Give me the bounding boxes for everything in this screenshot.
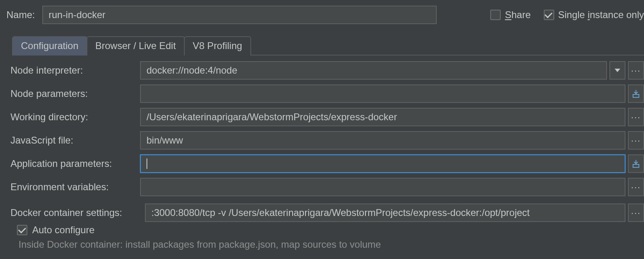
node-parameters-label: Node parameters:: [10, 88, 140, 99]
configuration-form: Node interpreter: docker://node:4/node N…: [6, 61, 644, 250]
expand-icon: [632, 159, 640, 168]
javascript-file-label: JavaScript file:: [10, 135, 140, 146]
svg-rect-1: [633, 164, 639, 167]
working-directory-browse-button[interactable]: [628, 108, 644, 126]
environment-variables-field[interactable]: [140, 178, 625, 196]
tab-configuration[interactable]: Configuration: [12, 36, 87, 56]
name-input[interactable]: [42, 6, 437, 24]
node-interpreter-field[interactable]: docker://node:4/node: [140, 61, 607, 80]
working-directory-field[interactable]: /Users/ekaterinaprigara/WebstormProjects…: [140, 108, 625, 126]
single-instance-checkbox[interactable]: [544, 10, 554, 20]
svg-rect-0: [633, 95, 639, 97]
docker-container-settings-browse-button[interactable]: [628, 204, 644, 222]
application-parameters-label: Application parameters:: [10, 158, 140, 169]
environment-variables-browse-button[interactable]: [628, 178, 644, 196]
node-parameters-field[interactable]: [140, 84, 625, 103]
javascript-file-browse-button[interactable]: [628, 131, 644, 150]
expand-icon: [632, 89, 640, 98]
tab-browser-live-edit[interactable]: Browser / Live Edit: [87, 36, 185, 56]
application-parameters-field[interactable]: [140, 154, 625, 173]
chevron-down-icon: [615, 68, 620, 72]
docker-container-settings-label: Docker container settings:: [10, 207, 140, 218]
node-interpreter-dropdown-button[interactable]: [609, 61, 625, 80]
docker-container-settings-field[interactable]: :3000:8080/tcp -v /Users/ekaterinaprigar…: [145, 204, 625, 222]
text-caret: [147, 158, 147, 169]
application-parameters-expand-button[interactable]: [628, 154, 644, 173]
working-directory-label: Working directory:: [10, 111, 140, 123]
name-label: Name:: [6, 9, 35, 21]
environment-variables-label: Environment variables:: [10, 181, 140, 193]
tabs: Configuration Browser / Live Edit V8 Pro…: [12, 35, 644, 56]
tab-v8-profiling[interactable]: V8 Profiling: [184, 36, 251, 56]
auto-configure-label[interactable]: Auto configure: [32, 224, 95, 236]
auto-configure-checkbox[interactable]: [17, 225, 27, 235]
javascript-file-field[interactable]: bin/www: [140, 131, 625, 150]
node-interpreter-browse-button[interactable]: [628, 61, 644, 80]
node-parameters-expand-button[interactable]: [628, 84, 644, 103]
share-label[interactable]: Share: [505, 9, 530, 21]
share-checkbox[interactable]: [490, 10, 501, 20]
auto-configure-hint: Inside Docker container: install package…: [19, 239, 644, 250]
node-interpreter-label: Node interpreter:: [10, 65, 140, 76]
single-instance-label[interactable]: Single instance only: [558, 9, 644, 21]
